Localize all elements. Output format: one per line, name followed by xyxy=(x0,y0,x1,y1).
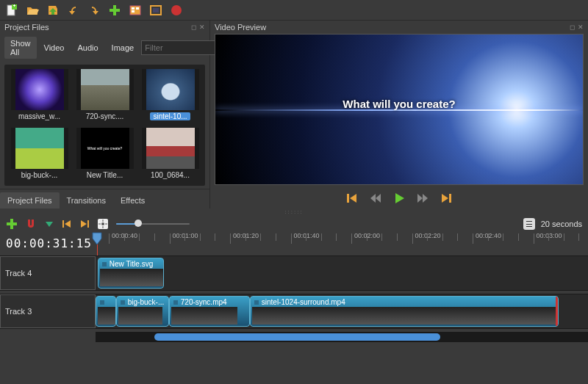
project-files-header: Project Files ◻✕ xyxy=(0,21,209,34)
track-row: Track 3 m big-buck-... 720-sync.mp4 sint… xyxy=(0,294,588,329)
clip-label: 720-sync.mp4 xyxy=(173,298,227,306)
duration-icon[interactable]: ☰ xyxy=(523,218,535,230)
panel-divider[interactable]: :::::: xyxy=(0,209,588,214)
project-item-label: 720-sync.... xyxy=(86,112,124,120)
svg-rect-14 xyxy=(347,194,349,203)
svg-rect-18 xyxy=(62,220,64,228)
project-files-title: Project Files xyxy=(4,23,49,32)
zoom-slider[interactable] xyxy=(116,222,190,226)
snap-button[interactable] xyxy=(25,218,37,230)
project-item-label: big-buck-... xyxy=(21,171,57,179)
filter-video-button[interactable]: Video xyxy=(38,41,71,54)
timeline-clip[interactable]: 720-sync.mp4 xyxy=(169,296,250,327)
timeline-toolbar: ☰ 20 seconds xyxy=(0,214,588,233)
timecode-display[interactable]: 00:00:31:15 xyxy=(0,233,96,256)
timecode-row: 00:00:31:15 00:00:4000:01:0000:01:2000:0… xyxy=(0,233,588,256)
project-item[interactable]: massive_w... xyxy=(9,69,70,123)
svg-rect-15 xyxy=(449,194,451,203)
detach-icon[interactable]: ◻ xyxy=(191,23,196,31)
timeline-clip[interactable]: big-buck-... xyxy=(116,296,169,327)
track-row: Track 4 New Title.svg xyxy=(0,256,588,291)
prev-marker-button[interactable] xyxy=(62,219,72,229)
rewind-button[interactable] xyxy=(368,191,383,206)
razor-button[interactable] xyxy=(44,219,54,229)
tab-transitions[interactable]: Transitions xyxy=(60,192,113,209)
jump-start-button[interactable] xyxy=(345,191,359,206)
project-item-label: New Title... xyxy=(87,171,123,179)
filter-showall-button[interactable]: Show All xyxy=(4,37,37,59)
project-item-label: sintel-10... xyxy=(150,112,190,120)
playback-controls xyxy=(210,186,588,209)
tab-project-files[interactable]: Project Files xyxy=(0,192,60,209)
filter-image-button[interactable]: Image xyxy=(106,41,140,54)
clip-label: big-buck-... xyxy=(120,298,164,306)
close-icon[interactable]: ✕ xyxy=(199,23,205,31)
svg-rect-19 xyxy=(87,220,89,228)
timeline-clip[interactable]: New Title.svg xyxy=(98,258,164,289)
preview-overlay-text: What will you create? xyxy=(343,98,455,110)
svg-rect-11 xyxy=(153,8,159,12)
close-icon[interactable]: ✕ xyxy=(578,23,584,31)
svg-point-21 xyxy=(101,222,104,225)
timeline-tracks: Track 4 New Title.svgTrack 3 m big-buck-… xyxy=(0,256,588,329)
next-marker-button[interactable] xyxy=(79,219,90,229)
filter-audio-button[interactable]: Audio xyxy=(71,41,104,54)
track-header[interactable]: Track 4 xyxy=(0,256,96,290)
track-body[interactable]: New Title.svg xyxy=(96,256,588,290)
svg-rect-5 xyxy=(110,9,120,12)
export-button[interactable] xyxy=(169,3,184,18)
timeline-ruler[interactable]: 00:00:4000:01:0000:01:2000:01:4000:02:00… xyxy=(96,233,588,256)
playhead[interactable] xyxy=(97,233,98,256)
timeline-clip[interactable]: m xyxy=(96,296,116,327)
add-track-button[interactable] xyxy=(6,218,18,230)
save-file-button[interactable] xyxy=(46,3,60,18)
svg-rect-8 xyxy=(132,10,135,12)
svg-rect-9 xyxy=(136,7,139,10)
preview-header: Video Preview ◻✕ xyxy=(210,21,588,34)
svg-rect-7 xyxy=(132,7,135,10)
track-header[interactable]: Track 3 xyxy=(0,294,96,328)
preview-title: Video Preview xyxy=(215,23,266,32)
duration-label: 20 seconds xyxy=(541,220,582,228)
detach-icon[interactable]: ◻ xyxy=(570,23,575,31)
track-body[interactable]: m big-buck-... 720-sync.mp4 sintel-1024-… xyxy=(96,294,588,328)
profiles-button[interactable] xyxy=(128,3,143,18)
fastforward-button[interactable] xyxy=(415,191,430,206)
project-tabs: Project Files Transitions Effects xyxy=(0,189,209,209)
clip-label: sintel-1024-surround.mp4 xyxy=(254,298,345,306)
timeline-scrollbar[interactable] xyxy=(96,332,588,342)
project-item-label: 100_0684... xyxy=(151,171,190,179)
redo-button[interactable] xyxy=(87,3,101,18)
timeline-clip[interactable]: sintel-1024-surround.mp4 xyxy=(250,296,559,327)
undo-button[interactable] xyxy=(66,3,81,18)
project-item[interactable]: big-buck-... xyxy=(9,128,70,182)
project-files-panel: Project Files ◻✕ Show All Video Audio Im… xyxy=(0,21,210,209)
project-thumbnails: massive_w...720-sync....sintel-10...big-… xyxy=(4,65,205,186)
video-preview-panel: Video Preview ◻✕ What will you create? xyxy=(210,21,588,209)
new-file-button[interactable] xyxy=(4,3,19,18)
open-file-button[interactable] xyxy=(25,3,40,18)
svg-rect-17 xyxy=(7,222,17,225)
project-item[interactable]: 100_0684... xyxy=(140,128,201,182)
import-button[interactable] xyxy=(107,3,122,18)
preview-viewport[interactable]: What will you create? xyxy=(215,34,584,185)
play-button[interactable] xyxy=(392,191,406,206)
project-item-label: massive_w... xyxy=(18,112,60,120)
filter-row: Show All Video Audio Image xyxy=(0,34,209,62)
jump-end-button[interactable] xyxy=(439,191,453,206)
main-toolbar xyxy=(0,0,588,21)
tab-effects[interactable]: Effects xyxy=(113,192,152,209)
project-item[interactable]: 720-sync.... xyxy=(74,69,135,123)
project-item[interactable]: sintel-10... xyxy=(140,69,201,123)
project-item[interactable]: What will you create?New Title... xyxy=(74,128,135,182)
svg-rect-3 xyxy=(14,4,15,7)
fullscreen-button[interactable] xyxy=(148,3,163,18)
svg-point-12 xyxy=(171,5,182,15)
center-playhead-button[interactable] xyxy=(97,218,109,230)
clip-label: New Title.svg xyxy=(101,260,153,268)
